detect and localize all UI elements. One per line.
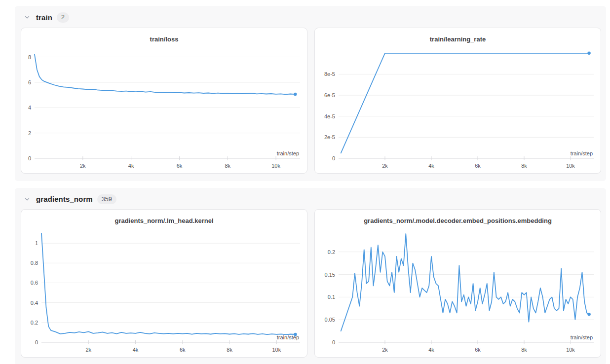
y-tick-label: 0 <box>332 155 335 161</box>
chart-title: gradients_norm/.model.decoder.embed_posi… <box>315 217 601 224</box>
y-tick-label: 2e-5 <box>324 134 335 140</box>
collapse-toggle-gradients-norm[interactable] <box>23 195 32 204</box>
chart-card-embed-positions-embedding: gradients_norm/.model.decoder.embed_posi… <box>314 209 601 358</box>
y-tick-label: 1 <box>35 240 38 246</box>
line-chart-embed-positions-embedding[interactable]: 00.050.10.150.22k4k6k8k10ktrain/step <box>315 224 601 357</box>
series-line <box>341 53 589 152</box>
x-tick-label: 6k <box>180 347 186 353</box>
y-tick-label: 2 <box>28 130 31 136</box>
chevron-down-icon <box>24 14 31 21</box>
chart-count-badge-gradients-norm: 359 <box>97 194 116 205</box>
y-tick-label: 6 <box>28 79 31 85</box>
y-tick-label: 8e-5 <box>324 71 335 77</box>
chart-title: gradients_norm/.lm_head.kernel <box>21 217 307 224</box>
x-tick-label: 6k <box>475 163 481 169</box>
x-tick-label: 8k <box>225 163 230 169</box>
series-endpoint-dot <box>294 333 297 336</box>
series-line <box>341 234 589 331</box>
section-gradients-norm: gradients_norm 359 gradients_norm/.lm_he… <box>15 188 606 364</box>
line-chart-train-loss[interactable]: 024682k4k6k8k10ktrain/step <box>21 43 307 173</box>
y-tick-label: 0.4 <box>31 300 38 306</box>
y-tick-label: 6e-5 <box>324 92 335 98</box>
y-tick-label: 0.2 <box>31 320 38 326</box>
metrics-dashboard: train 2 train/loss 024682k4k6k8k10ktrain… <box>0 0 610 364</box>
chart-grid-train: train/loss 024682k4k6k8k10ktrain/step tr… <box>21 28 601 174</box>
group-label-train: train <box>36 13 52 22</box>
chart-count-badge-train: 2 <box>57 12 69 23</box>
series-endpoint-dot <box>587 313 590 316</box>
x-tick-label: 8k <box>521 163 527 169</box>
series-line <box>35 54 295 94</box>
line-chart-lm-head-kernel[interactable]: 00.20.40.60.812k4k6k8k10ktrain/step <box>21 224 307 357</box>
x-tick-label: 4k <box>428 347 434 353</box>
chart-card-train-loss: train/loss 024682k4k6k8k10ktrain/step <box>21 28 307 174</box>
group-header-gradients-norm: gradients_norm 359 <box>23 194 601 205</box>
y-tick-label: 0.6 <box>31 280 38 286</box>
chart-title: train/learning_rate <box>315 36 601 43</box>
y-tick-label: 0.1 <box>328 294 335 300</box>
y-tick-label: 0 <box>332 339 335 345</box>
y-tick-label: 0.8 <box>31 260 38 266</box>
y-tick-label: 4 <box>28 105 31 110</box>
y-tick-label: 0.15 <box>325 272 335 278</box>
x-tick-label: 4k <box>428 163 434 169</box>
group-header-train: train 2 <box>23 12 601 23</box>
chart-card-train-learning-rate: train/learning_rate 02e-54e-56e-58e-52k4… <box>314 28 601 174</box>
y-tick-label: 0 <box>35 339 38 345</box>
x-tick-label: 4k <box>133 347 139 353</box>
section-train: train 2 train/loss 024682k4k6k8k10ktrain… <box>15 6 606 181</box>
y-tick-label: 0.2 <box>328 249 335 255</box>
x-tick-label: 2k <box>85 347 91 353</box>
chart-card-lm-head-kernel: gradients_norm/.lm_head.kernel 00.20.40.… <box>21 209 307 358</box>
collapse-toggle-train[interactable] <box>23 13 32 22</box>
series-line <box>41 233 296 334</box>
x-tick-label: 2k <box>382 163 388 169</box>
chart-title: train/loss <box>21 36 307 43</box>
x-tick-label: 6k <box>475 347 481 353</box>
x-tick-label: 10k <box>566 163 575 169</box>
y-tick-label: 8 <box>28 54 31 60</box>
x-tick-label: 8k <box>227 347 232 353</box>
x-tick-label: 2k <box>80 163 86 169</box>
x-tick-label: 6k <box>177 163 183 169</box>
chart-grid-gradients-norm: gradients_norm/.lm_head.kernel 00.20.40.… <box>21 209 601 358</box>
x-tick-label: 8k <box>521 347 527 353</box>
x-tick-label: 10k <box>566 347 575 353</box>
y-tick-label: 0.05 <box>325 317 335 323</box>
x-tick-label: 10k <box>271 163 280 169</box>
series-endpoint-dot <box>587 51 590 54</box>
y-tick-label: 0 <box>28 155 31 161</box>
series-endpoint-dot <box>294 92 297 95</box>
line-chart-train-learning-rate[interactable]: 02e-54e-56e-58e-52k4k6k8k10ktrain/step <box>315 43 601 173</box>
x-axis-label: train/step <box>571 150 593 156</box>
x-tick-label: 4k <box>128 163 134 169</box>
y-tick-label: 4e-5 <box>324 113 335 119</box>
chevron-down-icon <box>24 196 31 203</box>
x-tick-label: 2k <box>382 347 388 353</box>
x-tick-label: 10k <box>272 347 281 353</box>
x-axis-label: train/step <box>277 150 299 156</box>
group-label-gradients-norm: gradients_norm <box>36 195 93 203</box>
x-axis-label: train/step <box>571 334 593 340</box>
